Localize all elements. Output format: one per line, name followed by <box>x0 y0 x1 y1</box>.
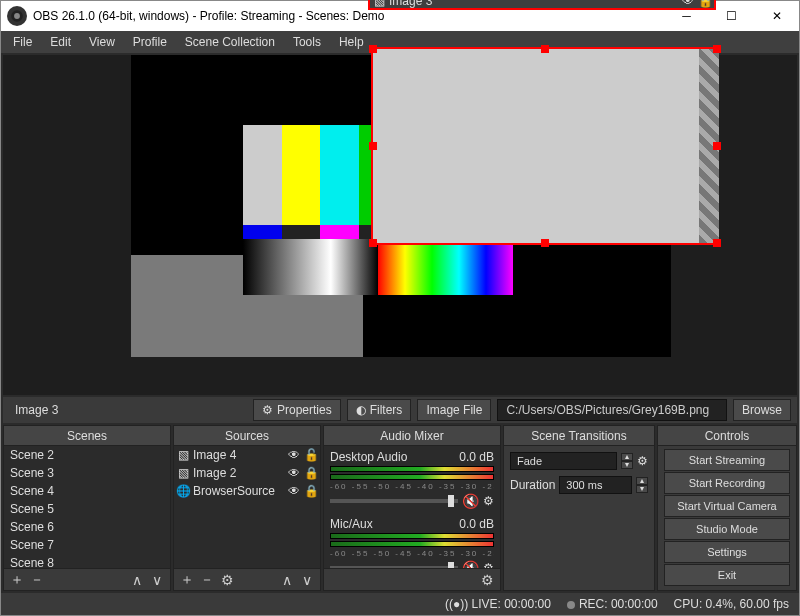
mute-icon[interactable]: 🔇 <box>462 493 479 509</box>
record-icon <box>567 601 575 609</box>
menu-scene-collection[interactable]: Scene Collection <box>177 33 283 51</box>
source-item[interactable]: ▧ Image 2 👁 🔒 <box>174 464 320 482</box>
mixer-channel: Mic/Aux0.0 dB -60 -55 -50 -45 -40 -35 -3… <box>324 513 500 568</box>
channel-level: 0.0 dB <box>459 517 494 531</box>
controls-header: Controls <box>658 426 796 446</box>
meter-ticks: -60 -55 -50 -45 -40 -35 -30 -25 -20 -15 … <box>330 482 494 491</box>
duration-input[interactable]: 300 ms <box>559 476 632 494</box>
handle-tm[interactable] <box>541 45 549 53</box>
duration-spin[interactable]: ▴▾ <box>636 477 648 493</box>
scene-item[interactable]: Scene 6 <box>4 518 170 536</box>
rec-status: REC: 00:00:00 <box>567 597 658 611</box>
scene-down-button[interactable]: ∨ <box>148 571 166 589</box>
menu-edit[interactable]: Edit <box>42 33 79 51</box>
lock-icon[interactable]: 🔓 <box>304 448 318 462</box>
source-properties-button[interactable]: ⚙ <box>218 571 236 589</box>
properties-button[interactable]: ⚙Properties <box>253 399 341 421</box>
settings-button[interactable]: Settings <box>664 541 790 563</box>
app-icon <box>7 6 27 26</box>
menu-profile[interactable]: Profile <box>125 33 175 51</box>
handle-tl[interactable] <box>369 45 377 53</box>
scene-item[interactable]: Scene 5 <box>4 500 170 518</box>
volume-slider[interactable] <box>330 566 458 568</box>
broadcast-icon: ((●)) <box>445 597 468 611</box>
transitions-header: Scene Transitions <box>504 426 654 446</box>
vu-meter <box>330 533 494 539</box>
channel-level: 0.0 dB <box>459 450 494 464</box>
remove-scene-button[interactable]: － <box>28 571 46 589</box>
image-file-input[interactable]: C:/Users/OBS/Pictures/Grey169B.png <box>497 399 727 421</box>
handle-ml[interactable] <box>369 142 377 150</box>
start-virtual-camera-button[interactable]: Start Virtual Camera <box>664 495 790 517</box>
menu-tools[interactable]: Tools <box>285 33 329 51</box>
lock-icon[interactable]: 🔒 <box>304 484 318 498</box>
cpu-status: CPU: 0.4%, 60.00 fps <box>674 597 789 611</box>
scenes-panel: Scenes Scene 1 Scene 2 Scene 3 Scene 4 S… <box>3 425 171 591</box>
volume-slider[interactable] <box>330 499 458 503</box>
scene-item[interactable]: Scene 2 <box>4 446 170 464</box>
source-up-button[interactable]: ∧ <box>278 571 296 589</box>
meter-ticks: -60 -55 -50 -45 -40 -35 -30 -25 -20 -15 … <box>330 549 494 558</box>
preview-area[interactable] <box>3 55 797 395</box>
close-button[interactable]: ✕ <box>754 1 799 31</box>
status-bar: ((●)) LIVE: 00:00:00 REC: 00:00:00 CPU: … <box>1 593 799 615</box>
studio-mode-button[interactable]: Studio Mode <box>664 518 790 540</box>
filters-button[interactable]: ◐Filters <box>347 399 412 421</box>
remove-source-button[interactable]: － <box>198 571 216 589</box>
menu-help[interactable]: Help <box>331 33 372 51</box>
source-down-button[interactable]: ∨ <box>298 571 316 589</box>
scene-item[interactable]: Scene 7 <box>4 536 170 554</box>
handle-bl[interactable] <box>369 239 377 247</box>
gear-icon[interactable]: ⚙ <box>483 561 494 568</box>
controls-panel: Controls Start Streaming Start Recording… <box>657 425 797 591</box>
handle-mr[interactable] <box>713 142 721 150</box>
browse-button[interactable]: Browse <box>733 399 791 421</box>
sources-header: Sources <box>174 426 320 446</box>
mixer-menu-button[interactable]: ⚙ <box>478 571 496 589</box>
visibility-icon[interactable]: 👁 <box>287 448 301 462</box>
filters-icon: ◐ <box>356 403 366 417</box>
visibility-icon[interactable]: 👁 <box>287 484 301 498</box>
image-file-label: Image File <box>417 399 491 421</box>
image-icon: ▧ <box>176 448 190 462</box>
scenes-list[interactable]: Scene 1 Scene 2 Scene 3 Scene 4 Scene 5 … <box>4 446 170 568</box>
handle-tr[interactable] <box>713 45 721 53</box>
exit-button[interactable]: Exit <box>664 564 790 586</box>
selection-outline[interactable] <box>371 47 719 245</box>
mixer-channel: Desktop Audio0.0 dB -60 -55 -50 -45 -40 … <box>324 446 500 513</box>
window-title: OBS 26.1.0 (64-bit, windows) - Profile: … <box>33 9 664 23</box>
selected-source-name: Image 3 <box>9 403 247 417</box>
sources-list[interactable]: ▧ Image 4 👁 🔓 ▧ Image 3 👁 🔒 ▧ Image 2 👁 … <box>174 446 320 568</box>
image-icon: ▧ <box>176 466 190 480</box>
start-streaming-button[interactable]: Start Streaming <box>664 449 790 471</box>
menu-view[interactable]: View <box>81 33 123 51</box>
lock-icon[interactable]: 🔒 <box>304 466 318 480</box>
scene-item[interactable]: Scene 3 <box>4 464 170 482</box>
source-item[interactable]: 🌐 BrowserSource 👁 🔒 <box>174 482 320 500</box>
add-scene-button[interactable]: ＋ <box>8 571 26 589</box>
start-recording-button[interactable]: Start Recording <box>664 472 790 494</box>
audio-mixer-panel: Audio Mixer Desktop Audio0.0 dB -60 -55 … <box>323 425 501 591</box>
transition-select[interactable]: Fade <box>510 452 617 470</box>
transition-spin[interactable]: ▴▾ <box>621 453 633 469</box>
channel-name: Desktop Audio <box>330 450 407 464</box>
vu-meter <box>330 474 494 480</box>
globe-icon: 🌐 <box>176 484 190 498</box>
gear-icon[interactable]: ⚙ <box>483 494 494 508</box>
source-item[interactable]: ▧ Image 4 👁 🔓 <box>174 446 320 464</box>
vu-meter <box>330 466 494 472</box>
source-label: Image 4 <box>193 448 284 462</box>
handle-br[interactable] <box>713 239 721 247</box>
handle-bm[interactable] <box>541 239 549 247</box>
add-source-button[interactable]: ＋ <box>178 571 196 589</box>
scene-item[interactable]: Scene 4 <box>4 482 170 500</box>
live-status: ((●)) LIVE: 00:00:00 <box>445 597 551 611</box>
menu-file[interactable]: File <box>5 33 40 51</box>
scene-item[interactable]: Scene 8 <box>4 554 170 568</box>
visibility-icon[interactable]: 👁 <box>287 466 301 480</box>
scenes-header: Scenes <box>4 426 170 446</box>
mute-icon[interactable]: 🔇 <box>462 560 479 568</box>
duration-label: Duration <box>510 478 555 492</box>
scene-up-button[interactable]: ∧ <box>128 571 146 589</box>
gear-icon[interactable]: ⚙ <box>637 454 648 468</box>
